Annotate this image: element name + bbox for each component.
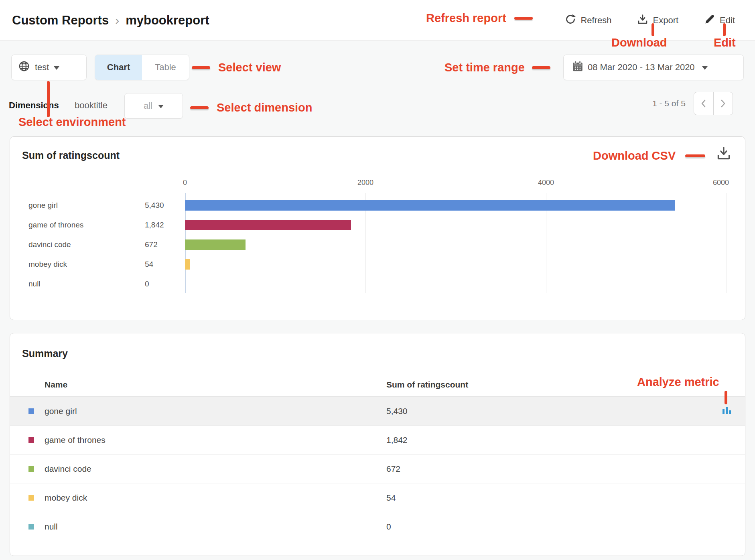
dimension-name: booktitle: [75, 100, 108, 111]
chart-value-label: 54: [145, 260, 185, 269]
app-header: Custom Reports › mybookreport Refresh Ex…: [0, 0, 755, 41]
annotation-edit: Edit: [714, 36, 736, 49]
row-value: 54: [386, 493, 720, 503]
chart-category-label: game of thrones: [28, 221, 145, 229]
row-name: gone girl: [45, 406, 386, 416]
gridline: [727, 193, 727, 293]
annotation-text: Select view: [218, 61, 281, 74]
dimension-filter-select[interactable]: all: [124, 93, 183, 119]
refresh-label: Refresh: [580, 15, 611, 26]
download-icon: [716, 146, 731, 161]
globe-icon: [18, 60, 30, 75]
chart-value-label: 0: [145, 280, 185, 288]
annotation-set-time-range: Set time range: [444, 59, 550, 75]
row-value: 5,430: [386, 406, 720, 416]
breadcrumb-custom-reports[interactable]: Custom Reports: [12, 13, 109, 28]
annotation-text: Refresh report: [426, 12, 506, 25]
annotation-dash: [190, 106, 209, 109]
column-header-name: Name: [45, 380, 386, 390]
x-axis: 0200040006000: [185, 179, 727, 189]
annotation-text: Download CSV: [593, 149, 676, 162]
pencil-icon: [704, 14, 715, 27]
annotation-analyze-metric: Analyze metric: [637, 375, 719, 389]
environment-select[interactable]: test: [11, 55, 87, 80]
pagination: 1 - 5 of 5: [652, 91, 733, 116]
edit-button[interactable]: Edit: [704, 14, 735, 27]
annotation-text: Select environment: [18, 116, 126, 129]
next-page-button[interactable]: [713, 92, 733, 115]
chart-category-label: davinci code: [28, 240, 145, 249]
chart-value-label: 672: [145, 240, 185, 249]
download-icon: [637, 14, 648, 27]
annotation-select-dimension: Select dimension: [190, 99, 313, 116]
chart-panel: Sum of ratingscount 0200040006000 gone g…: [10, 136, 745, 320]
summary-panel: Summary Name Sum of ratingscount gone gi…: [10, 333, 745, 556]
pager-buttons: [694, 92, 733, 115]
annotation-refresh-report: Refresh report: [426, 10, 533, 26]
annotation-dash: [514, 17, 533, 20]
tab-chart[interactable]: Chart: [95, 55, 142, 80]
plot-area: gone girl5,430game of thrones1,842davinc…: [28, 195, 727, 294]
chevron-down-icon: [158, 105, 164, 108]
chart-bar-track: [185, 200, 727, 211]
chevron-down-icon: [54, 66, 59, 70]
chevron-right-icon: [719, 99, 727, 108]
annotation-line-analyze: [725, 391, 727, 404]
bar-chart-icon: [722, 405, 732, 416]
download-csv-button[interactable]: [716, 146, 731, 162]
date-range-value: 08 Mar 2020 - 13 Mar 2020: [588, 62, 695, 73]
row-color-swatch: [28, 524, 34, 530]
header-actions: Refresh Export Edit: [565, 0, 735, 41]
row-name: davinci code: [45, 464, 386, 474]
row-color-swatch: [28, 495, 34, 501]
chart-category-label: gone girl: [28, 201, 145, 210]
summary-title: Summary: [22, 346, 745, 361]
chart-category-label: mobey dick: [28, 260, 145, 269]
chart-value-label: 1,842: [145, 221, 185, 229]
chart-row: davinci code672: [28, 235, 727, 254]
table-row: game of thrones1,842: [10, 426, 745, 454]
pagination-range: 1 - 5 of 5: [652, 99, 686, 108]
row-color-swatch: [28, 437, 34, 443]
annotation-select-view: Select view: [192, 59, 281, 75]
chart-row: mobey dick54: [28, 254, 727, 274]
table-row: davinci code672: [10, 454, 745, 483]
annotation-line-edit: [723, 23, 726, 36]
row-name: mobey dick: [45, 493, 386, 503]
calendar-icon: [572, 60, 584, 75]
export-label: Export: [653, 15, 678, 26]
dimension-filter-value: all: [144, 101, 152, 111]
dimensions-label: Dimensions: [9, 100, 59, 111]
prev-page-button[interactable]: [694, 92, 713, 115]
edit-label: Edit: [720, 15, 735, 26]
axis-tick: 0: [183, 179, 187, 187]
chart-value-label: 5,430: [145, 201, 185, 210]
row-name: game of thrones: [45, 435, 386, 445]
annotation-text: Select dimension: [217, 101, 313, 114]
axis-tick: 2000: [357, 179, 373, 187]
tab-table[interactable]: Table: [142, 55, 189, 80]
page-title: mybookreport: [126, 13, 209, 28]
export-button[interactable]: Export: [637, 14, 678, 27]
row-name: null: [45, 522, 386, 532]
annotation-download-csv: Download CSV: [593, 148, 705, 164]
table-row: gone girl5,430: [10, 397, 745, 426]
annotation-select-environment: Select environment: [18, 116, 126, 129]
axis-tick: 6000: [713, 179, 729, 187]
annotation-dash: [532, 66, 550, 69]
bar-chart: 0200040006000 gone girl5,430game of thro…: [28, 179, 727, 294]
breadcrumb: Custom Reports › mybookreport: [12, 0, 209, 41]
axis-tick: 4000: [538, 179, 554, 187]
annotation-dash: [192, 66, 210, 69]
refresh-button[interactable]: Refresh: [565, 14, 611, 27]
annotation-line-environment: [47, 81, 50, 117]
chart-bar-track: [185, 259, 727, 270]
refresh-icon: [565, 14, 576, 27]
annotation-download: Download: [611, 36, 667, 49]
view-toggle: Chart Table: [95, 55, 189, 80]
chevron-left-icon: [700, 99, 707, 108]
date-range-picker[interactable]: 08 Mar 2020 - 13 Mar 2020: [563, 55, 744, 80]
chart-bar: [185, 220, 351, 230]
chart-bar-track: [185, 220, 727, 230]
analyze-metric-button[interactable]: [722, 405, 732, 417]
